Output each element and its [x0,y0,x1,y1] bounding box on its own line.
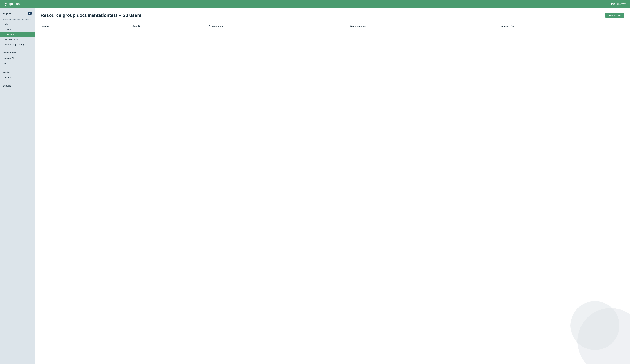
sidebar-projects-section: Projects 46 [0,10,35,16]
col-display-name: Display name [209,22,350,30]
app-logo[interactable]: flyingcircus.io [4,2,23,6]
sidebar-item-vms[interactable]: VMs [0,22,35,27]
col-location: Location [40,22,132,30]
sidebar: Projects 46 documentationtest – Overview… [0,8,35,364]
main-content: Resource group documentationtest – S3 us… [35,8,630,364]
sidebar-item-support[interactable]: Support [0,83,35,88]
sidebar-item-maintenance-main[interactable]: Maintenance [0,50,35,55]
sidebar-divider-2 [0,68,35,68]
sidebar-item-status-page-history[interactable]: Status page history [0,42,35,47]
sidebar-overview-section: documentationtest – Overview VMs Users S… [0,17,35,47]
sidebar-item-projects[interactable]: Projects 46 [0,10,35,16]
sidebar-item-looking-glass[interactable]: Looking Glass [0,55,35,61]
table-header-row: Location User ID Display name Storage us… [40,22,624,30]
user-menu[interactable]: Test Benutzer [611,2,627,5]
s3-users-table-container: Location User ID Display name Storage us… [35,22,630,30]
projects-badge: 46 [28,12,32,15]
topnav: flyingcircus.io Test Benutzer [0,0,630,8]
sidebar-item-users[interactable]: Users [0,27,35,32]
sidebar-item-api[interactable]: API [0,61,35,66]
sidebar-item-maintenance[interactable]: Maintenance [0,37,35,42]
sidebar-item-reports[interactable]: Reports [0,75,35,80]
sidebar-divider-1 [0,48,35,49]
page-title: Resource group documentationtest – S3 us… [40,12,142,18]
add-s3-user-button[interactable]: Add S3 user [606,12,624,18]
layout: Projects 46 documentationtest – Overview… [0,8,630,364]
sidebar-item-invoices[interactable]: Invoices [0,69,35,75]
bg-decoration-small [570,301,620,350]
bg-decoration-large [578,308,630,364]
col-user-id: User ID [132,22,209,30]
table-header: Location User ID Display name Storage us… [40,22,624,30]
col-access-key: Access Key [501,22,624,30]
sidebar-divider-3 [0,81,35,82]
main-header: Resource group documentationtest – S3 us… [35,8,630,22]
projects-label: Projects [3,12,11,15]
overview-label: documentationtest – Overview [0,17,35,22]
sidebar-item-s3users[interactable]: S3 users [0,32,35,37]
s3-users-table: Location User ID Display name Storage us… [40,22,624,30]
col-storage-usage: Storage usage [350,22,501,30]
